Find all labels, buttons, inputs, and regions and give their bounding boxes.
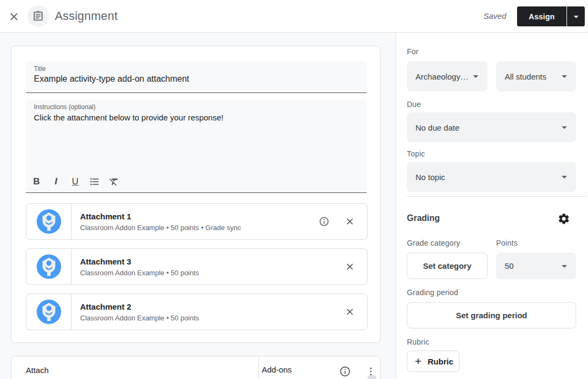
attach-bar-card: Attach Add-ons (11, 356, 381, 379)
points-value: 50 (505, 261, 514, 270)
for-label: For (407, 47, 419, 56)
attachment-title: Attachment 3 (80, 257, 339, 266)
bulleted-list-button[interactable] (85, 172, 104, 191)
attachment-remove-button[interactable] (339, 301, 361, 323)
title-field[interactable]: Title Example activity-type add-on attac… (26, 61, 367, 93)
grading-heading: Grading (407, 213, 440, 223)
attachment-logo-cell (26, 294, 71, 330)
topic-select[interactable]: No topic (407, 162, 576, 192)
clear-formatting-button[interactable] (104, 172, 124, 191)
italic-button[interactable]: I (46, 172, 66, 191)
attachment-logo-cell (26, 249, 71, 284)
attachment-info-button[interactable] (313, 211, 335, 232)
title-field-label: Title (34, 65, 46, 73)
assignment-clipboard-icon (32, 10, 44, 22)
students-select[interactable]: All students (496, 61, 576, 91)
arrow-drop-down-icon (558, 70, 571, 83)
arrow-drop-down-icon (558, 260, 571, 273)
scrollbar-thumb[interactable] (368, 375, 376, 379)
attachment-actions (339, 256, 367, 277)
close-icon (345, 216, 355, 227)
title-field-value[interactable]: Example activity-type add-on attachment (34, 74, 189, 84)
arrow-drop-down-icon (558, 121, 571, 134)
arrow-drop-down-icon (570, 11, 582, 23)
class-select-value: Archaeology … (415, 72, 469, 81)
attachment-remove-button[interactable] (339, 211, 361, 232)
instructions-field-label: Instructions (optional) (34, 103, 96, 111)
addon-logo-icon (35, 298, 63, 326)
topic-label: Topic (407, 149, 425, 158)
addons-label[interactable]: Add-ons (262, 365, 292, 374)
assignment-type-avatar (27, 5, 49, 27)
arrow-drop-down-icon (558, 170, 571, 183)
attachment-text: Attachment 1 Classroom Addon Example • 5… (71, 212, 313, 232)
plus-icon (413, 356, 423, 366)
attachment-title: Attachment 1 (80, 212, 313, 221)
assign-button[interactable]: Assign (517, 6, 567, 26)
info-icon (339, 366, 351, 377)
arrow-drop-down-icon (469, 70, 482, 83)
attachment-text: Attachment 3 Classroom Addon Example • 5… (71, 257, 339, 277)
addon-logo-icon (35, 253, 63, 281)
formatting-toolbar: B I U (27, 172, 124, 191)
underline-button[interactable]: U (66, 172, 85, 191)
clear-formatting-icon (109, 176, 119, 187)
attachment-subtitle: Classroom Addon Example • 50 points (80, 269, 339, 277)
grade-category-label: Grade category (407, 239, 460, 247)
attachment-subtitle: Classroom Addon Example • 50 points • Gr… (80, 224, 313, 232)
points-select[interactable]: 50 (496, 253, 576, 279)
grading-settings-button[interactable] (555, 210, 572, 227)
set-category-button[interactable]: Set category (407, 253, 487, 279)
students-select-value: All students (505, 72, 547, 81)
add-rubric-button[interactable]: Rubric (407, 351, 460, 372)
addons-info-button[interactable] (334, 361, 356, 379)
close-button[interactable] (6, 9, 21, 24)
attach-label: Attach (26, 366, 49, 375)
assignment-form-card: Title Example activity-type add-on attac… (11, 46, 381, 343)
close-icon (345, 306, 355, 317)
bold-button[interactable]: B (27, 172, 46, 191)
saved-status: Saved (483, 11, 506, 20)
close-icon (8, 10, 20, 23)
attachment-subtitle: Classroom Addon Example • 50 points (80, 314, 339, 322)
attachment-remove-button[interactable] (339, 256, 361, 277)
gear-icon (557, 212, 570, 225)
instructions-field-value[interactable]: Click the attachment below to provide yo… (34, 113, 224, 122)
attachment-row[interactable]: Attachment 1 Classroom Addon Example • 5… (26, 203, 368, 240)
grading-period-label: Grading period (407, 288, 458, 297)
attachment-text: Attachment 2 Classroom Addon Example • 5… (71, 302, 339, 322)
rubric-label: Rubric (407, 338, 429, 346)
close-icon (345, 261, 355, 272)
class-select[interactable]: Archaeology … (407, 61, 487, 91)
topic-value: No topic (415, 173, 445, 182)
instructions-field[interactable]: Instructions (optional) Click the attach… (26, 99, 367, 193)
addon-logo-icon (35, 208, 63, 235)
attachment-title: Attachment 2 (80, 302, 339, 311)
attachment-actions (313, 211, 367, 232)
attachment-actions (339, 301, 367, 323)
assign-dropdown-button[interactable] (567, 6, 585, 26)
header: Assignment Saved Assign (0, 0, 588, 33)
assign-split-button: Assign (517, 6, 585, 26)
bulleted-list-icon (89, 176, 100, 187)
points-label: Points (496, 239, 518, 247)
set-grading-period-button[interactable]: Set grading period (407, 302, 576, 328)
attachment-logo-cell (26, 204, 71, 239)
due-date-select[interactable]: No due date (407, 112, 576, 142)
info-icon (319, 216, 329, 227)
sidebar-divider (407, 196, 587, 197)
attachment-row[interactable]: Attachment 2 Classroom Addon Example • 5… (26, 294, 368, 330)
attachment-row[interactable]: Attachment 3 Classroom Addon Example • 5… (26, 248, 368, 285)
attach-bar-divider (259, 356, 259, 379)
due-label: Due (407, 100, 421, 109)
due-date-value: No due date (415, 123, 460, 132)
page-title: Assignment (55, 9, 118, 23)
add-rubric-button-label: Rubric (428, 357, 454, 366)
